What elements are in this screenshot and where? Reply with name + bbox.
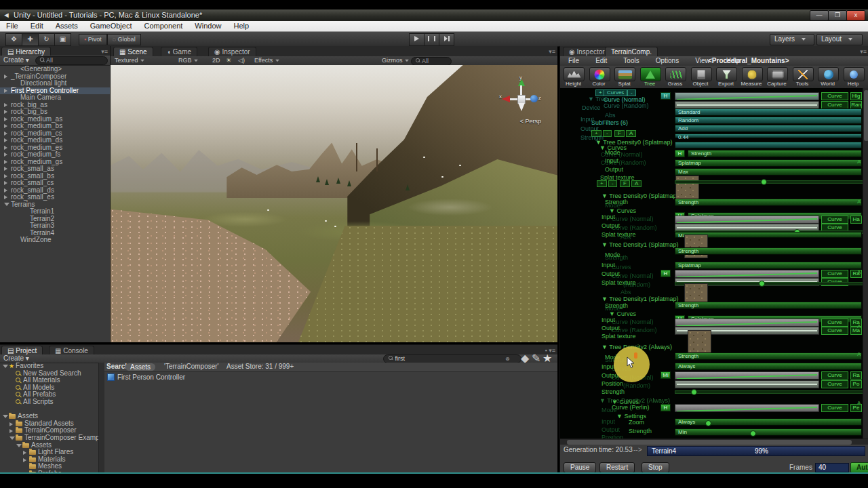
panel-menu-icon[interactable]: ▾≡ (101, 48, 108, 55)
gizmo-x-axis[interactable] (502, 96, 510, 102)
clipped-button[interactable]: Hig (850, 92, 862, 100)
foldout-icon[interactable] (9, 429, 13, 433)
foldout-icon[interactable] (4, 167, 7, 171)
slider-track[interactable] (675, 180, 863, 184)
slider-handle[interactable] (761, 179, 767, 185)
composer-mini-button[interactable]: - (603, 130, 612, 137)
pivot-button[interactable]: ▪ Pivot (79, 34, 107, 45)
move-tool-button[interactable]: ✚ (22, 33, 38, 46)
composer-tool-height-button[interactable]: Height (562, 67, 585, 87)
foldout-icon[interactable] (4, 146, 7, 150)
curve-preview[interactable] (675, 270, 819, 278)
search-clear-icon[interactable]: ⊗ (505, 356, 510, 362)
composer-value-bar[interactable]: 0.44 (675, 134, 862, 138)
composer-mini-button[interactable]: + (597, 180, 607, 187)
rotate-tool-button[interactable]: ↻ (38, 33, 54, 46)
slider-track[interactable] (675, 390, 863, 394)
hierarchy-item[interactable]: Directional light (0, 80, 110, 87)
menu-help[interactable]: Help (227, 21, 255, 31)
asset-store-count[interactable]: Asset Store: 31 / 999+ (226, 363, 294, 370)
scale-tool-button[interactable]: ▣ (54, 33, 71, 46)
hierarchy-item[interactable]: rock_medium_fs (0, 151, 110, 159)
foldout-icon[interactable] (3, 415, 8, 418)
slider-handle[interactable] (750, 430, 756, 436)
composer-mini-button[interactable]: A (631, 180, 642, 187)
filter-type-icon[interactable]: ◆ (521, 354, 529, 362)
curve-preview[interactable] (675, 371, 819, 380)
foldout-icon[interactable] (4, 195, 7, 199)
auto-button[interactable]: Auto (850, 462, 868, 473)
layers-dropdown[interactable]: Layers (770, 34, 814, 45)
composer-value-bar[interactable]: Add (675, 125, 862, 132)
minimize-button[interactable]: — (810, 10, 829, 21)
scene-viewport[interactable]: x y z < Persp (111, 65, 557, 342)
panel-menu-icon[interactable]: ▾≡ (860, 48, 867, 55)
composer-value-bar[interactable]: Strength (675, 247, 862, 255)
splat-texture-thumbnail[interactable] (675, 176, 699, 199)
restart-generation-button[interactable]: Restart (599, 462, 635, 473)
foldout-icon[interactable] (9, 422, 13, 426)
result-item[interactable]: First Person Controller (107, 373, 185, 381)
foldout-icon[interactable] (4, 160, 7, 164)
composer-menu-file[interactable]: File (560, 56, 587, 66)
composer-value-bar[interactable] (675, 142, 862, 148)
layout-dropdown[interactable]: Layout (816, 34, 863, 45)
composer-value-bar[interactable]: Strength (675, 352, 862, 360)
composer-tool-tools-button[interactable]: Tools (791, 67, 814, 87)
tab-inspector[interactable]: ◉ Inspector (208, 47, 256, 57)
composer-tool-tree-button[interactable]: Tree (639, 67, 661, 87)
curve-button[interactable]: Curve (821, 92, 848, 100)
slider-handle[interactable] (759, 281, 765, 287)
composer-value-bar[interactable]: Splatmap (675, 262, 862, 269)
clipped-button[interactable]: Ha (850, 216, 862, 224)
composer-value-bar[interactable]: Random (675, 117, 862, 124)
menu-edit[interactable]: Edit (24, 21, 50, 31)
foldout-icon[interactable] (4, 174, 7, 178)
composer-value-bar[interactable]: Always (675, 418, 862, 426)
clipped-button[interactable]: Ra (850, 371, 862, 380)
project-create-button[interactable]: Create ▾ (3, 354, 29, 362)
pause-generation-button[interactable]: Pause (564, 462, 596, 473)
composer-label[interactable]: ▼ Tree Density1 (Splatmap) (601, 241, 678, 248)
tab-scene[interactable]: ▦ Scene (113, 47, 153, 57)
hierarchy-create-button[interactable]: Create ▾ (3, 56, 29, 64)
hierarchy-item[interactable]: rock_medium_bs (0, 123, 110, 130)
foldout-icon[interactable] (4, 138, 7, 142)
foldout-icon[interactable] (23, 458, 26, 462)
menu-window[interactable]: Window (189, 21, 227, 31)
foldout-icon[interactable] (4, 110, 7, 114)
composer-value-bar[interactable]: Always (675, 363, 862, 370)
hierarchy-item[interactable]: <Generating> (0, 66, 110, 73)
hierarchy-item[interactable]: rock_small_as (0, 165, 110, 173)
hierarchy-item[interactable]: rock_small_cs (0, 180, 110, 187)
curve-button[interactable]: Curve (821, 327, 848, 335)
scope-assets-pill[interactable]: Assets (125, 363, 155, 371)
draw-mode-dropdown[interactable]: Textured (115, 57, 145, 64)
composer-mini-button[interactable]: F (620, 180, 630, 187)
foldout-icon[interactable] (4, 181, 7, 185)
splat-texture-thumbnail[interactable] (688, 330, 711, 354)
project-tree-item[interactable]: TerrainComposer Examples (0, 434, 98, 442)
curve-preview[interactable] (675, 380, 819, 388)
gizmos-dropdown[interactable]: Gizmos (382, 57, 410, 64)
composer-content[interactable]: +Curves-▼ TreeCurve (Normal)Curve (Rando… (560, 88, 863, 439)
composer-tool-capture-button[interactable]: Capture (766, 67, 788, 87)
curve-button[interactable]: Curve (821, 216, 848, 224)
menu-gameobject[interactable]: GameObject (84, 21, 138, 31)
hierarchy-item[interactable]: rock_big_bs (0, 108, 110, 116)
tab-inspector[interactable]: ◉ Inspector (563, 47, 611, 57)
foldout-open-icon[interactable] (4, 203, 9, 206)
slider-handle[interactable] (691, 389, 697, 395)
h-button[interactable]: H (660, 270, 671, 277)
curve-button[interactable]: Curve (821, 270, 848, 278)
curve-preview[interactable] (675, 319, 819, 327)
foldout-icon[interactable] (4, 188, 7, 192)
effects-dropdown[interactable]: Effects (254, 57, 280, 64)
hierarchy-item[interactable]: Main Camera (0, 94, 110, 102)
composer-value-bar[interactable]: Splatmap (675, 159, 862, 167)
h-button[interactable]: H (675, 150, 685, 157)
composer-tool-world-button[interactable]: World (816, 67, 839, 87)
composer-tool-help-button[interactable]: Help (842, 67, 865, 87)
tab-game[interactable]: ◖ Game (161, 47, 197, 57)
scene-orientation-gizmo[interactable]: x y z (499, 77, 542, 121)
